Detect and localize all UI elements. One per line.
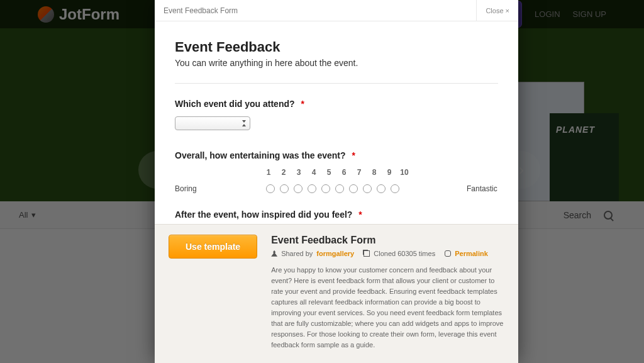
template-description: Are you happy to know your customer conc… <box>271 265 504 350</box>
shared-by-label: Shared by <box>281 250 313 257</box>
close-label: Close × <box>486 7 509 14</box>
clone-icon <box>364 250 370 257</box>
required-asterisk: * <box>301 99 304 109</box>
template-preview-modal: Event Feedback Form Close × Event Feedba… <box>155 0 518 363</box>
permalink-link[interactable]: Permalink <box>455 250 488 257</box>
q2-radio-8[interactable] <box>363 184 372 193</box>
scale-num: 2 <box>279 168 288 177</box>
q2-radios <box>203 184 463 193</box>
scale-num: 4 <box>309 168 318 177</box>
modal-body[interactable]: Event Feedback You can write anything in… <box>155 21 518 224</box>
form-subtitle: You can write anything in here about the… <box>175 58 498 68</box>
scale-num: 5 <box>325 168 333 177</box>
modal-footer: Use template Event Feedback Form Shared … <box>155 224 518 363</box>
required-asterisk: * <box>358 209 362 220</box>
user-icon <box>271 250 277 257</box>
q2-radio-5[interactable] <box>321 184 330 193</box>
use-template-wrapper: Use template <box>169 235 257 350</box>
q2-scale: 1 2 3 4 5 6 7 8 9 10 Boring <box>175 168 498 193</box>
scale-num: 1 <box>264 168 273 177</box>
q2-radio-6[interactable] <box>335 184 344 193</box>
required-asterisk: * <box>352 150 355 160</box>
scale-num: 10 <box>400 168 409 177</box>
cloned-count: Cloned 60305 times <box>374 250 435 257</box>
use-template-button[interactable]: Use template <box>169 235 257 259</box>
modal-title: Event Feedback Form <box>164 6 238 15</box>
q2-label: Overall, how entertaining was the event?… <box>175 150 498 160</box>
q3-label: After the event, how inspired did you fe… <box>175 209 498 220</box>
modal-header: Event Feedback Form Close × <box>155 0 518 21</box>
close-button[interactable]: Close × <box>476 0 518 21</box>
link-icon <box>445 250 451 257</box>
template-meta: Shared by formgallery Cloned 60305 times… <box>271 250 504 257</box>
q2-scale-numbers: 1 2 3 4 5 6 7 8 9 10 <box>175 168 498 177</box>
template-info: Event Feedback Form Shared by formgaller… <box>271 235 504 350</box>
form-title: Event Feedback <box>175 39 498 55</box>
event-select[interactable] <box>175 116 250 130</box>
divider <box>175 83 498 84</box>
q2-radio-3[interactable] <box>294 184 303 193</box>
scale-num: 6 <box>340 168 348 177</box>
q1-label-text: Which event did you attend? <box>175 99 295 109</box>
q2-radio-7[interactable] <box>349 184 358 193</box>
scale-num: 7 <box>355 168 364 177</box>
template-info-title: Event Feedback Form <box>271 235 504 246</box>
q2-radio-2[interactable] <box>280 184 289 193</box>
q2-radio-9[interactable] <box>377 184 386 193</box>
q2-radio-4[interactable] <box>308 184 316 193</box>
scale-num: 9 <box>385 168 394 177</box>
scale-num: 8 <box>370 168 379 177</box>
author-link[interactable]: formgallery <box>316 250 354 257</box>
q2-left-label: Boring <box>175 184 203 193</box>
q2-radio-1[interactable] <box>266 184 275 193</box>
q2-radio-10[interactable] <box>391 184 399 193</box>
q3-label-text: After the event, how inspired did you fe… <box>175 209 352 220</box>
scale-num: 3 <box>294 168 303 177</box>
q2-scale-row: Boring Fantastic <box>175 184 498 193</box>
q2-label-text: Overall, how entertaining was the event? <box>175 150 346 160</box>
q1-label: Which event did you attend? * <box>175 99 498 109</box>
q2-right-label: Fantastic <box>463 184 498 193</box>
